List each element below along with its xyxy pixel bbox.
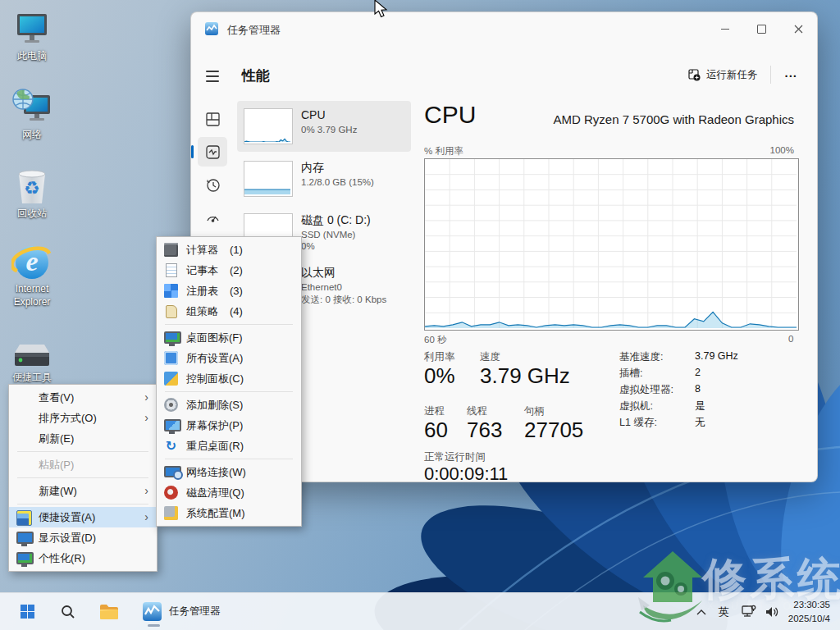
- screensaver-icon: [164, 419, 181, 431]
- nav-processes[interactable]: [198, 104, 227, 134]
- stat-handles-value: 27705: [524, 418, 583, 443]
- maximize-icon: [757, 25, 766, 34]
- perf-card-cpu[interactable]: CPU 0% 3.79 GHz: [237, 101, 411, 152]
- stat-label: 插槽:: [619, 367, 642, 381]
- menu-item-new[interactable]: 新建(W): [9, 481, 157, 501]
- stat-threads-value: 763: [467, 418, 502, 443]
- desktop-icon-internet-explorer[interactable]: e Internet Explorer: [0, 243, 64, 308]
- minimize-button[interactable]: [706, 12, 743, 45]
- registry-icon: [164, 284, 178, 298]
- system-config-icon: [164, 506, 178, 520]
- system-tray: 英 23:30:35 2025/10/4: [696, 593, 835, 630]
- maximize-button[interactable]: [743, 12, 780, 45]
- desktop-icon-recycle-bin[interactable]: ♻ 回收站: [0, 167, 64, 221]
- desktop-icon-network[interactable]: 网络: [0, 89, 64, 142]
- menu-item-quick-settings[interactable]: 便捷设置(A): [9, 507, 157, 527]
- submenu-item-registry[interactable]: 注册表(3): [157, 281, 301, 301]
- window-title: 任务管理器: [227, 23, 281, 38]
- submenu-item-screensaver[interactable]: 屏幕保护(P): [157, 415, 301, 436]
- taskbar-clock[interactable]: 23:30:35 2025/10/4: [788, 598, 835, 624]
- submenu-item-calculator[interactable]: 计算器(1): [157, 240, 301, 260]
- close-button[interactable]: [780, 12, 817, 45]
- stat-uptime-value: 0:00:09:11: [424, 463, 508, 482]
- stat-sockets-value: 2: [695, 367, 701, 378]
- this-pc-monitor-icon: [0, 10, 64, 48]
- nav-menu-button[interactable]: [198, 62, 227, 91]
- disk-cleanup-icon: [164, 486, 178, 500]
- network-connections-icon: [164, 466, 181, 477]
- perf-card-detail2: 0%: [301, 241, 315, 251]
- menu-separator: [17, 451, 148, 452]
- quick-settings-icon: [16, 510, 32, 526]
- taskbar-task-manager-button[interactable]: 任务管理器: [135, 596, 229, 628]
- tray-chevron-up-icon[interactable]: [696, 608, 707, 616]
- submenu-item-control-panel[interactable]: 控制面板(C): [157, 368, 301, 389]
- desktop-icon-label: 回收站: [0, 208, 64, 221]
- desktop: 此电脑 网络 ♻ 回收站 e Internet Explorer 便捷工具: [0, 0, 840, 630]
- taskbar-button-label: 任务管理器: [169, 605, 221, 619]
- notepad-icon: [166, 263, 177, 277]
- submenu-item-disk-cleanup[interactable]: 磁盘清理(Q): [157, 482, 301, 503]
- y-axis-label: % 利用率: [424, 145, 463, 158]
- submenu-item-notepad[interactable]: 记事本(2): [157, 260, 301, 281]
- desktop-icon-this-pc[interactable]: 此电脑: [0, 10, 64, 63]
- network-globe-monitor-icon: [0, 89, 64, 126]
- submenu-item-group-policy[interactable]: 组策略(4): [157, 301, 301, 322]
- perf-card-memory[interactable]: 内存 1.2/8.0 GB (15%): [237, 153, 411, 204]
- menu-item-display-settings[interactable]: 显示设置(D): [9, 527, 157, 548]
- volume-tray-icon[interactable]: [765, 605, 780, 619]
- ime-indicator[interactable]: 英: [715, 603, 733, 621]
- close-icon: [794, 25, 803, 34]
- perf-card-detail: 0% 3.79 GHz: [301, 125, 357, 135]
- submenu-item-network-connections[interactable]: 网络连接(W): [157, 462, 301, 482]
- submenu-item-desktop-icons[interactable]: 桌面图标(F): [157, 327, 301, 348]
- desktop-context-menu: 查看(V) 排序方式(O) 刷新(E) 粘贴(P) 新建(W) 便捷设置(A) …: [8, 384, 158, 572]
- nav-startup-apps[interactable]: [198, 203, 227, 232]
- titlebar[interactable]: 任务管理器: [191, 12, 817, 45]
- menu-separator: [17, 477, 148, 478]
- submenu-item-system-config[interactable]: 系统配置(M): [157, 503, 301, 523]
- stat-vprocessors-value: 8: [695, 383, 701, 395]
- cpu-detail-panel: CPU AMD Ryzen 7 5700G with Radeon Graphi…: [422, 94, 807, 482]
- submenu-item-all-settings[interactable]: 所有设置(A): [157, 348, 301, 368]
- menu-item-sort-by[interactable]: 排序方式(O): [9, 408, 157, 428]
- more-options-button[interactable]: ...: [776, 64, 806, 86]
- menu-item-refresh[interactable]: 刷新(E): [9, 428, 157, 449]
- cpu-model-name: AMD Ryzen 7 5700G with Radeon Graphics: [554, 112, 794, 126]
- start-button[interactable]: [11, 596, 43, 628]
- windows-logo-icon: [21, 605, 34, 619]
- page-title-performance: 性能: [242, 66, 270, 85]
- memory-mini-chart: [244, 161, 293, 197]
- minimize-icon: [721, 29, 729, 30]
- toolbox-drive-icon: [0, 331, 64, 369]
- task-manager-taskbar-icon: [143, 602, 162, 621]
- perf-card-title: 内存: [301, 161, 324, 176]
- quick-settings-submenu: 计算器(1) 记事本(2) 注册表(3) 组策略(4) 桌面图标(F) 所有设置…: [156, 236, 302, 527]
- x-axis-left: 60 秒: [424, 334, 447, 346]
- nav-app-history[interactable]: [198, 170, 227, 199]
- submenu-item-restart-desktop[interactable]: ↻重启桌面(R): [157, 436, 301, 456]
- search-button[interactable]: [52, 596, 84, 628]
- stat-label: 正常运行时间: [424, 450, 486, 464]
- new-task-icon: [687, 68, 701, 81]
- startup-icon: [205, 210, 221, 226]
- ie-browser-icon: e: [0, 243, 64, 281]
- svg-text:♻: ♻: [24, 178, 40, 199]
- recycle-bin-icon: ♻: [0, 167, 64, 205]
- menu-item-personalize[interactable]: 个性化(R): [9, 548, 157, 568]
- stat-label: 虚拟处理器:: [619, 383, 673, 397]
- network-tray-icon[interactable]: [741, 605, 756, 619]
- restart-desktop-icon: ↻: [164, 439, 178, 453]
- perf-card-detail: 1.2/8.0 GB (15%): [301, 177, 374, 187]
- desktop-icon-convenient-tools[interactable]: 便捷工具: [0, 331, 64, 385]
- cpu-heading: CPU: [424, 101, 476, 129]
- run-new-task-button[interactable]: 运行新任务: [679, 64, 766, 86]
- stat-vm-value: 是: [695, 399, 705, 413]
- menu-item-view[interactable]: 查看(V): [9, 387, 157, 408]
- nav-performance-selected[interactable]: [198, 137, 227, 167]
- stat-label: 利用率: [424, 350, 455, 364]
- desktop-icon-label: Internet Explorer: [0, 283, 64, 308]
- file-explorer-button[interactable]: [94, 596, 125, 628]
- submenu-item-add-remove[interactable]: 添加删除(S): [157, 395, 301, 415]
- perf-card-detail: SSD (NVMe): [301, 230, 355, 240]
